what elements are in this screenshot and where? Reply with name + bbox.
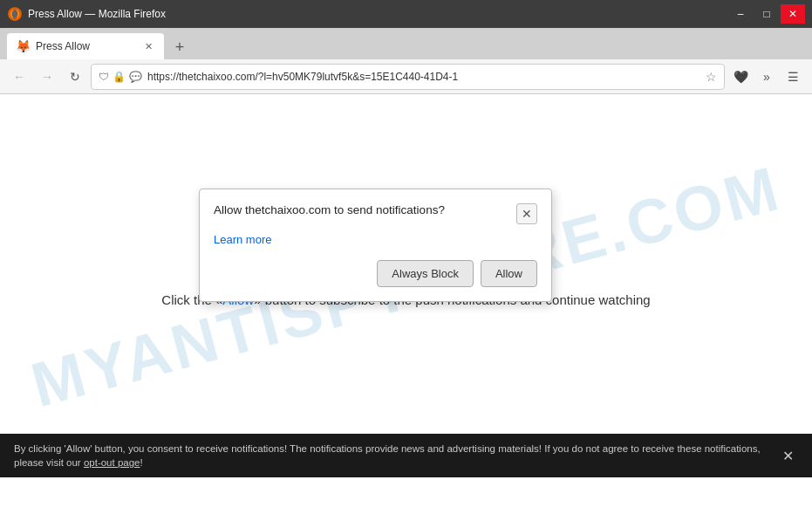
opt-out-link[interactable]: opt-out page — [84, 457, 140, 468]
bookmark-star-icon[interactable]: ☆ — [706, 70, 717, 84]
nav-bar: ← → ↻ 🛡 🔒 💬 https://thetchaixoo.com/?l=h… — [0, 59, 812, 94]
tab-label: Press Allow — [36, 40, 136, 52]
minimize-button[interactable]: – — [728, 4, 753, 24]
learn-more-link[interactable]: Learn more — [214, 233, 537, 246]
notification-icon: 💬 — [129, 71, 142, 83]
window-title: Press Allow — Mozilla Firefox — [28, 8, 166, 20]
notif-close-button[interactable]: ✕ — [516, 203, 537, 224]
consent-close-button[interactable]: ✕ — [777, 445, 798, 466]
forward-button[interactable]: → — [35, 65, 59, 89]
active-tab[interactable]: 🦊 Press Allow ✕ — [7, 33, 164, 59]
main-content: MYANTISPYWARE.COM Click the «Allow» butt… — [0, 94, 812, 477]
extensions-button[interactable]: » — [754, 65, 779, 89]
url-icons: 🛡 🔒 💬 — [99, 71, 142, 83]
reload-button[interactable]: ↻ — [63, 65, 87, 89]
firefox-icon — [7, 6, 23, 22]
always-block-button[interactable]: Always Block — [377, 260, 474, 287]
lock-icon: 🔒 — [113, 71, 126, 83]
notif-buttons: Always Block Allow — [214, 260, 537, 287]
consent-bar: By clicking 'Allow' button, you consent … — [0, 434, 812, 477]
consent-text-end: ! — [140, 457, 143, 468]
back-button[interactable]: ← — [7, 65, 31, 89]
pocket-button[interactable]: 🖤 — [728, 65, 753, 89]
maximize-button[interactable]: □ — [754, 4, 779, 24]
title-bar-controls: – □ ✕ — [728, 4, 805, 24]
allow-button[interactable]: Allow — [481, 260, 537, 287]
shield-icon: 🛡 — [99, 71, 109, 83]
url-bar[interactable]: 🛡 🔒 💬 https://thetchaixoo.com/?l=hv50MK7… — [91, 64, 725, 90]
nav-right-icons: 🖤 » ☰ — [728, 65, 805, 89]
tab-bar: 🦊 Press Allow ✕ + — [0, 28, 812, 59]
notif-header: Allow thetchaixoo.com to send notificati… — [214, 203, 537, 224]
title-bar: Press Allow — Mozilla Firefox – □ ✕ — [0, 0, 812, 28]
close-button[interactable]: ✕ — [781, 4, 805, 24]
consent-text: By clicking 'Allow' button, you consent … — [14, 442, 770, 470]
menu-button[interactable]: ☰ — [781, 65, 805, 89]
notif-title: Allow thetchaixoo.com to send notificati… — [214, 203, 516, 216]
url-text: https://thetchaixoo.com/?l=hv50MK79lutvf… — [147, 71, 700, 83]
tab-close-button[interactable]: ✕ — [141, 39, 155, 53]
notification-popup: Allow thetchaixoo.com to send notificati… — [199, 189, 552, 302]
new-tab-button[interactable]: + — [167, 35, 192, 59]
title-bar-left: Press Allow — Mozilla Firefox — [7, 6, 166, 22]
tab-favicon: 🦊 — [16, 39, 31, 53]
